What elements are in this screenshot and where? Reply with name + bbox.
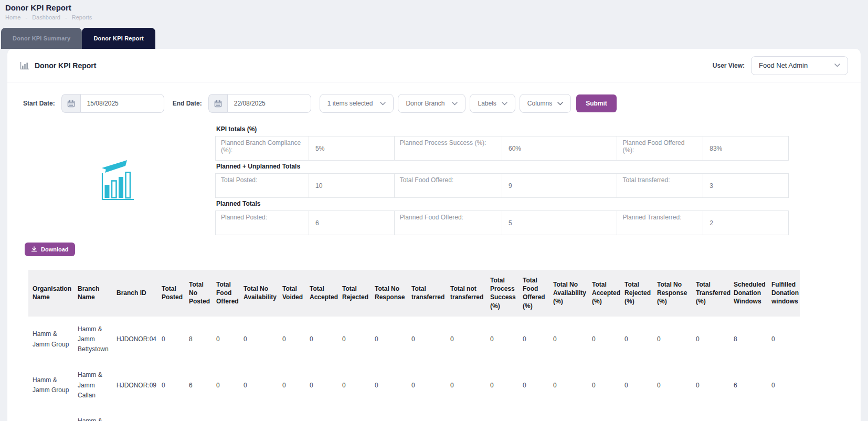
table-cell: Hamm & Jamm Callan [73,362,112,408]
breadcrumb-separator: - [25,14,27,20]
donor-branch-dropdown[interactable]: Donor Branch [398,94,465,113]
column-header: Total Accepted [305,270,338,317]
table-cell: 0 [518,362,549,408]
kpi-cell-value: 6 [309,211,394,235]
kpi-section: Planned + Unplanned Totals Total Posted:… [215,163,789,198]
table-cell: 0 [338,408,371,421]
page: Donor KPI Report Home - Dashboard - Repo… [0,0,868,421]
table-cell: 1 [157,408,185,421]
download-button[interactable]: Download [25,243,75,256]
table-cell: 0 [588,362,620,408]
column-header: Total transferred [407,270,446,317]
download-label: Download [41,246,69,252]
table-cell: 100 [518,408,549,421]
column-header: Organisation Name [28,270,73,317]
column-header: Total Rejected (%) [620,270,653,317]
kpi-cell-label: Planned Branch Compliance (%): [216,136,309,161]
card-title: Donor KPI Report [35,61,96,70]
table-cell: 0 [338,317,371,363]
kpi-cell-value: 5 [502,211,617,235]
column-header: Total not transferred [446,270,486,317]
table-row: Hamm & Jamm GroupHamm & Jamm CallanHJDON… [28,362,800,408]
table-cell: HJDONOR:07 [112,408,157,421]
kpi-cell-label: Planned Posted: [216,211,309,235]
table-cell: 0 [212,362,239,408]
breadcrumb-dashboard[interactable]: Dashboard [32,14,60,20]
table-cell: 0 [446,408,486,421]
user-view-select[interactable]: Food Net Admin [751,56,848,75]
kpi-cell-value: 3 [703,174,789,198]
chevron-down-icon [834,64,840,67]
kpi-cell-label: Planned Process Success (%): [394,136,502,161]
table-cell: 0 [239,362,278,408]
table-cell: 0 [305,317,338,363]
kpi-section-heading: Planned Totals [216,200,789,207]
columns-value: Columns [527,100,552,107]
kpi-table: Planned Branch Compliance (%):5%Planned … [215,136,789,161]
tab-bar: Donor KPI Summary Donor KPI Report [1,28,868,49]
report-table-body: Hamm & Jamm GroupHamm & Jamm BettystownH… [28,317,800,421]
submit-button[interactable]: Submit [576,94,617,112]
table-cell: 0 [588,317,620,363]
calendar-icon-button[interactable] [61,94,80,113]
column-header: Total Food Offered (%) [518,270,549,317]
kpi-table: Total Posted:10Total Food Offered:9Total… [215,173,789,198]
report-table-wrap: Organisation NameBranch NameBranch IDTot… [28,270,848,421]
column-header: Branch Name [73,270,112,317]
column-header: Total No Response (%) [653,270,692,317]
column-header: Total Accepted (%) [588,270,620,317]
table-cell: 0 [653,408,692,421]
table-cell: 0 [407,317,446,363]
labels-value: Labels [478,100,496,107]
table-cell: 0 [549,317,588,363]
kpi-cell-value: 60% [502,136,617,161]
calendar-icon [214,100,222,108]
table-cell: 0 [371,362,407,408]
column-header: Total Posted [157,270,185,317]
kpi-cell-label: Total Posted: [216,174,309,198]
table-cell: 0 [239,317,278,363]
kpi-cell-value: 9 [502,174,617,198]
calendar-icon-button[interactable] [208,94,227,113]
table-cell: 8 [185,317,212,363]
end-date-input[interactable] [227,94,311,113]
table-cell: 0 [692,317,729,363]
chart-illustration [20,123,215,237]
column-header: Total No Posted [185,270,212,317]
report-table-head-row: Organisation NameBranch NameBranch IDTot… [28,270,800,317]
table-cell: Hamm & Jamm Group [28,362,73,408]
table-cell: 0 [157,317,185,363]
kpi-section: KPI totals (%) Planned Branch Compliance… [215,125,789,161]
table-cell: 0 [549,408,588,421]
column-header: Total Transferred (%) [692,270,729,317]
table-cell: 0 [278,408,305,421]
download-icon [31,246,37,252]
tab-donor-kpi-report[interactable]: Donor KPI Report [82,28,155,49]
user-view-label: User View: [713,62,745,69]
table-cell: 0 [157,362,185,408]
kpi-cell-label: Planned Food Offered (%): [617,136,703,161]
breadcrumb-reports[interactable]: Reports [72,14,92,20]
donor-branch-value: Donor Branch [406,100,444,107]
table-cell: 0 [653,362,692,408]
table-cell: 8 [729,408,767,421]
columns-dropdown[interactable]: Columns [520,94,571,113]
table-cell: 0 [338,362,371,408]
column-header: Total Voided [278,270,305,317]
table-cell: Hamm & Jamm Group [28,317,73,363]
tab-donor-kpi-summary[interactable]: Donor KPI Summary [1,28,82,49]
breadcrumb-home[interactable]: Home [5,14,20,20]
chevron-down-icon [380,102,386,106]
labels-dropdown[interactable]: Labels [470,94,515,113]
table-cell: 0 [278,317,305,363]
column-header: Total Food Offered [212,270,239,317]
organisation-multiselect[interactable]: 1 items selected [320,94,394,113]
column-header: Total No Response [371,270,407,317]
column-header: Scheduled Donation Windows [729,270,767,317]
start-date-input[interactable] [80,94,164,113]
table-cell: Hamm & Jamm Group [28,408,73,421]
table-cell: 1 [212,408,239,421]
column-header: Total No Availability [239,270,278,317]
table-cell: 0 [549,362,588,408]
table-cell: 0 [486,362,518,408]
